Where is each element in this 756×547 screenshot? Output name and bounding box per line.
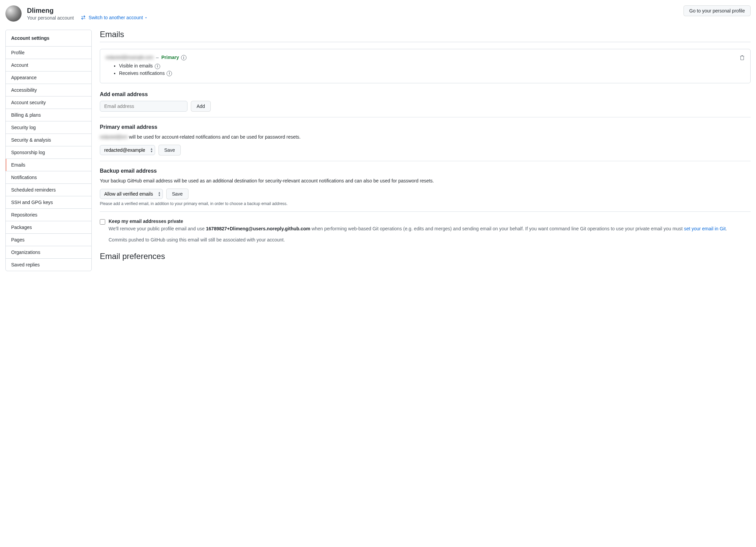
divider <box>100 117 751 117</box>
sidebar-item-pages[interactable]: Pages <box>6 234 91 246</box>
keep-private-checkbox[interactable] <box>100 219 105 225</box>
backup-email-heading: Backup email address <box>100 168 751 174</box>
keep-private-desc: We'll remove your public profile email a… <box>109 225 727 232</box>
save-button[interactable]: Save <box>158 145 181 155</box>
primary-email-heading: Primary email address <box>100 124 751 130</box>
sidebar-item-sponsorship-log[interactable]: Sponsorship log <box>6 146 91 159</box>
trash-icon[interactable] <box>739 55 745 60</box>
sidebar-header: Account settings <box>6 30 91 47</box>
primary-email-desc: redacted@em will be used for account-rel… <box>100 134 751 141</box>
account-subtitle: Your personal account <box>27 15 74 21</box>
info-icon[interactable]: i <box>167 71 172 76</box>
sidebar-item-repositories[interactable]: Repositories <box>6 209 91 221</box>
avatar[interactable] <box>5 5 22 22</box>
backup-email-select[interactable]: Allow all verified emails ▴▾ <box>100 189 163 199</box>
primary-email-box: redacted@example.com – Primary i Visible… <box>100 49 751 83</box>
set-email-git-link[interactable]: set your email in Git <box>684 226 726 231</box>
email-meta-item: Receives notifications i <box>119 70 739 76</box>
sidebar-item-ssh-and-gpg-keys[interactable]: SSH and GPG keys <box>6 196 91 209</box>
sidebar-item-saved-replies[interactable]: Saved replies <box>6 259 91 271</box>
username: Dlimeng <box>27 7 148 15</box>
go-to-profile-button[interactable]: Go to your personal profile <box>684 5 751 16</box>
email-meta-item: Visible in emails i <box>119 63 739 69</box>
sidebar-item-billing-plans[interactable]: Billing & plans <box>6 109 91 121</box>
sidebar-item-scheduled-reminders[interactable]: Scheduled reminders <box>6 184 91 196</box>
main-content: Emails redacted@example.com – Primary i … <box>100 30 751 271</box>
add-button[interactable]: Add <box>191 101 211 112</box>
sidebar-item-appearance[interactable]: Appearance <box>6 71 91 84</box>
divider <box>100 211 751 212</box>
backup-email-note: Please add a verified email, in addition… <box>100 201 751 206</box>
sidebar-item-emails[interactable]: Emails <box>6 159 91 171</box>
switch-account-link[interactable]: Switch to another account <box>89 15 148 20</box>
email-input[interactable] <box>100 101 187 112</box>
page-title: Emails <box>100 30 751 39</box>
sidebar-item-security-analysis[interactable]: Security & analysis <box>6 134 91 146</box>
sidebar-item-organizations[interactable]: Organizations <box>6 246 91 259</box>
email-address: redacted@example.com <box>106 55 153 60</box>
caret-down-icon <box>144 16 148 20</box>
email-preferences-heading: Email preferences <box>100 252 751 261</box>
switch-icon <box>81 15 86 20</box>
keep-private-label: Keep my email addresses private <box>109 219 727 224</box>
sidebar-item-account[interactable]: Account <box>6 59 91 71</box>
save-button[interactable]: Save <box>166 189 188 199</box>
sidebar-item-accessibility[interactable]: Accessibility <box>6 84 91 96</box>
primary-badge: Primary <box>162 55 179 60</box>
backup-email-desc: Your backup GitHub email address will be… <box>100 177 751 184</box>
sidebar-item-notifications[interactable]: Notifications <box>6 171 91 184</box>
sidebar-item-account-security[interactable]: Account security <box>6 96 91 109</box>
sidebar: Account settingsProfileAccountAppearance… <box>5 30 92 271</box>
sidebar-item-profile[interactable]: Profile <box>6 47 91 59</box>
commits-note: Commits pushed to GitHub using this emai… <box>109 236 727 243</box>
info-icon[interactable]: i <box>181 55 186 60</box>
info-icon[interactable]: i <box>155 64 160 69</box>
sidebar-item-packages[interactable]: Packages <box>6 221 91 234</box>
divider <box>100 161 751 161</box>
divider <box>100 42 751 42</box>
primary-email-select[interactable]: redacted@example ▴▾ <box>100 145 155 155</box>
sidebar-item-security-log[interactable]: Security log <box>6 121 91 134</box>
add-email-heading: Add email address <box>100 91 751 97</box>
dash: – <box>156 55 159 60</box>
